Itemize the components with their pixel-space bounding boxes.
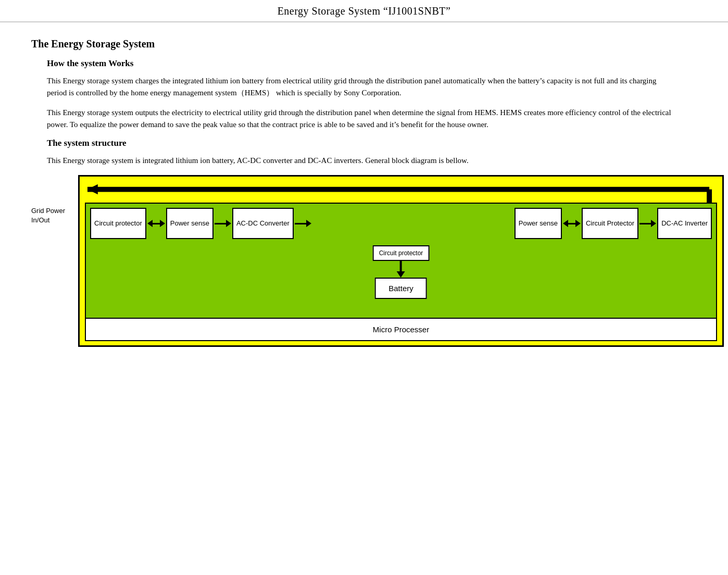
inner-green: Circuit protector Power sense — [85, 203, 717, 319]
page-header: Energy Storage System “IJ1001SNBT” — [0, 0, 728, 22]
micro-processer-block: Micro Processer — [85, 318, 717, 341]
circuit-protector-right-block: Circuit Protector — [582, 208, 638, 239]
power-sense-left-block: Power sense — [166, 208, 214, 239]
diagram-outer: Circuit protector Power sense — [78, 175, 724, 347]
subsection1-title: How the system Works — [47, 58, 697, 69]
grid-label: Grid Power In/Out — [31, 206, 65, 225]
subsection2-title: The system structure — [47, 138, 697, 148]
battery-block: Battery — [375, 278, 427, 299]
diagram-area: Grid Power In/Out — [31, 175, 697, 347]
paragraph1: This Energy storage system charges the i… — [47, 75, 672, 99]
power-sense-right-block: Power sense — [514, 208, 562, 239]
circuit-protector-mid-block: Circuit protector — [373, 245, 430, 261]
paragraph2: This Energy storage system outputs the e… — [47, 107, 672, 131]
section-title: The Energy Storage System — [31, 38, 697, 50]
ac-dc-converter-block: AC-DC Converter — [232, 208, 294, 239]
svg-marker-1 — [87, 184, 98, 195]
circuit-protector-left-block: Circuit protector — [90, 208, 146, 239]
dc-ac-inverter-block: DC-AC Inverter — [657, 208, 712, 239]
paragraph3: This Energy storage system is integrated… — [47, 155, 672, 167]
